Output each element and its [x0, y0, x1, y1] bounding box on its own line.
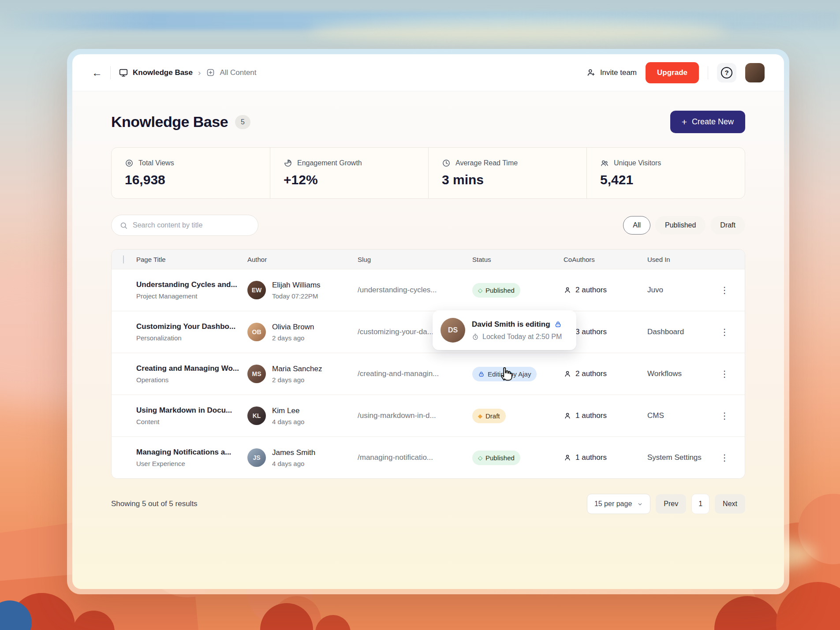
target-icon: [125, 159, 134, 168]
create-new-label: Create New: [692, 117, 734, 127]
avatar: MS: [247, 365, 266, 383]
breadcrumb-all-content[interactable]: All Content: [206, 68, 256, 77]
main-content: Knowledge Base 5 + Create New Total View…: [72, 91, 784, 589]
breadcrumb-app-label: Knowledge Base: [133, 68, 193, 77]
help-button[interactable]: ?: [717, 63, 736, 82]
used-in-label: Workflows: [647, 369, 720, 378]
search-box[interactable]: [111, 215, 258, 236]
create-new-button[interactable]: + Create New: [670, 111, 745, 133]
table-header: Page Title Author Slug Status CoAuthors …: [112, 250, 745, 269]
question-icon: ?: [721, 67, 732, 78]
author-name: Maria Sanchez: [272, 365, 322, 373]
tooltip-subtitle: Locked Today at 2:50 PM: [482, 333, 562, 341]
breadcrumb-knowledge-base[interactable]: Knowledge Base: [119, 68, 193, 78]
row-slug: /understanding-cycles...: [358, 286, 472, 294]
search-input[interactable]: [133, 221, 250, 229]
row-menu-button[interactable]: ⋮: [720, 329, 745, 335]
person-icon: [564, 286, 571, 294]
editing-tooltip: DS David Smith is editing Lo: [433, 310, 576, 350]
tab-all[interactable]: All: [623, 216, 650, 235]
tooltip-title: David Smith is editing: [472, 320, 550, 329]
status-label: Draft: [485, 412, 500, 420]
stat-average-read-time: Average Read Time 3 mins: [428, 148, 586, 198]
results-summary: Showing 5 out of 5 results: [111, 500, 198, 508]
column-header-coauthors: CoAuthors: [564, 256, 647, 263]
tab-draft[interactable]: Draft: [710, 216, 745, 235]
stat-label: Total Views: [138, 159, 174, 167]
diamond-icon: ◇: [478, 287, 482, 293]
coauthors-label: 1 authors: [575, 453, 607, 462]
prev-page-button[interactable]: Prev: [656, 494, 686, 514]
status-label: Published: [485, 287, 515, 294]
avatar: DS: [441, 318, 465, 343]
row-menu-button[interactable]: ⋮: [720, 371, 745, 377]
coauthors-label: 2 authors: [575, 286, 607, 294]
stat-label: Average Read Time: [455, 159, 518, 167]
stat-total-views: Total Views 16,938: [112, 148, 270, 198]
tab-published[interactable]: Published: [655, 216, 706, 235]
row-category: Personalization: [136, 334, 247, 342]
pie-chart-icon: [284, 159, 292, 168]
column-header-slug: Slug: [358, 256, 472, 263]
invite-team-label: Invite team: [600, 68, 637, 77]
user-avatar[interactable]: [745, 63, 765, 82]
status-badge-draft: ◆ Draft: [472, 409, 506, 423]
stopwatch-icon: [472, 333, 479, 340]
cursor-pointer-icon: [499, 366, 513, 384]
per-page-label: 15 per page: [594, 500, 632, 508]
used-in-label: System Settings: [647, 453, 720, 462]
coauthors-label: 3 authors: [575, 328, 607, 336]
table-row[interactable]: Customizing Your Dashbo... Personalizati…: [112, 311, 745, 353]
column-header-author: Author: [247, 256, 358, 263]
used-in-label: Juvo: [647, 286, 720, 294]
author-time: 2 days ago: [272, 376, 322, 384]
stat-label: Unique Visitors: [614, 159, 661, 167]
stat-engagement-growth: Engagement Growth +12%: [270, 148, 428, 198]
author-name: Kim Lee: [272, 406, 304, 415]
author-name: James Smith: [272, 448, 315, 457]
avatar: JS: [247, 448, 266, 467]
table-row[interactable]: Using Markdown in Docu... Content KL Kim…: [112, 395, 745, 436]
back-button[interactable]: ←: [92, 67, 102, 78]
row-title: Using Markdown in Docu...: [136, 406, 247, 415]
top-bar: ← Knowledge Base ›: [72, 54, 784, 91]
row-category: Content: [136, 418, 247, 425]
invite-team-button[interactable]: Invite team: [586, 68, 637, 77]
row-title: Understanding Cycles and...: [136, 280, 247, 289]
row-menu-button[interactable]: ⋮: [720, 455, 745, 460]
count-badge: 5: [235, 115, 250, 129]
page-number-button[interactable]: 1: [691, 494, 709, 514]
avatar: KL: [247, 406, 266, 425]
diamond-icon: ◆: [478, 413, 482, 419]
app-window: ← Knowledge Base ›: [67, 49, 789, 594]
table-row[interactable]: Understanding Cycles and... Project Mana…: [112, 269, 745, 311]
coauthors-label: 2 authors: [575, 369, 607, 378]
row-title: Creating and Managing Wo...: [136, 364, 247, 373]
status-filter-tabs: All Published Draft: [623, 216, 745, 235]
breadcrumb-section-label: All Content: [220, 68, 256, 77]
stat-unique-visitors: Unique Visitors 5,421: [586, 148, 745, 198]
table-row[interactable]: Managing Notifications a... User Experie…: [112, 436, 745, 478]
diamond-icon: ◇: [478, 455, 482, 461]
row-category: User Experience: [136, 460, 247, 467]
row-menu-button[interactable]: ⋮: [720, 287, 745, 293]
stat-value: +12%: [284, 172, 415, 187]
divider: [110, 66, 111, 79]
author-name: Elijah Williams: [272, 281, 321, 290]
upgrade-button[interactable]: Upgrade: [646, 62, 699, 83]
stat-label: Engagement Growth: [297, 159, 362, 167]
select-all-checkbox[interactable]: [123, 255, 124, 264]
stat-value: 5,421: [600, 172, 732, 187]
lock-icon: [478, 371, 485, 377]
person-icon: [564, 370, 571, 378]
row-menu-button[interactable]: ⋮: [720, 413, 745, 418]
next-page-button[interactable]: Next: [715, 494, 745, 514]
plus-icon: +: [682, 117, 687, 127]
sky-warm-streak: [309, 19, 728, 42]
author-time: 2 days ago: [272, 334, 314, 342]
column-header-status: Status: [472, 256, 564, 263]
row-title: Customizing Your Dashbo...: [136, 322, 247, 331]
per-page-select[interactable]: 15 per page: [587, 494, 650, 514]
content-table: Page Title Author Slug Status CoAuthors …: [111, 249, 745, 479]
table-row[interactable]: Creating and Managing Wo... Operations M…: [112, 353, 745, 395]
